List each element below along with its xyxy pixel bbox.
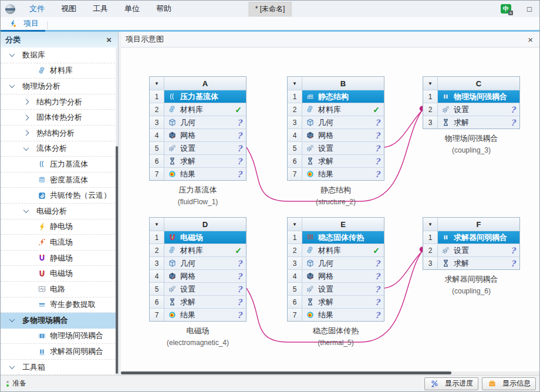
chevron-down-icon[interactable] [9,363,15,369]
system-row[interactable]: 1电磁场 [150,231,246,244]
menu-item[interactable]: 单位 [116,1,148,16]
row-cell[interactable]: 结果? [164,309,246,321]
tab-project[interactable]: 项目 [1,17,47,30]
row-cell[interactable]: 物理场间强耦合 [438,90,519,103]
maximize-button[interactable]: □ [519,1,539,17]
row-cell[interactable]: 设置? [438,244,519,256]
row-cell[interactable]: 求解? [164,155,246,167]
row-cell[interactable]: 材料库✓ [164,103,246,116]
status-button-info[interactable]: 显示信息 [482,377,536,390]
system-row[interactable]: 2材料库✓ [150,103,246,116]
row-cell[interactable]: 设置? [438,103,519,116]
system-row[interactable]: 1物理场间强耦合 [423,90,519,103]
row-cell[interactable]: 设置? [164,142,246,154]
schematic-close-icon[interactable]: × [526,35,535,44]
chevron-down-icon[interactable] [9,51,15,57]
row-cell[interactable]: 求解? [438,257,519,269]
system-row[interactable]: 6求解? [150,295,246,308]
system-row[interactable]: 4网格? [288,129,384,141]
system-menu-dropdown[interactable]: ▼ [423,218,438,231]
system-row[interactable]: 3几何? [288,116,384,129]
system-row[interactable]: 7结果? [288,308,384,321]
system-row[interactable]: 1静态结构 [288,90,384,103]
row-cell[interactable]: 几何? [302,257,384,269]
system-row[interactable]: 2材料库✓ [150,244,246,256]
system-row[interactable]: 3几何? [288,256,384,269]
sidebar-close-icon[interactable]: × [104,35,113,44]
system-row[interactable]: 5设置? [288,282,384,295]
row-cell[interactable]: 求解? [302,296,384,308]
sidebar-item[interactable]: 共轭传热（云道） [1,188,118,204]
canvas-scrollbar-thumb[interactable] [121,371,451,374]
sidebar-item[interactable]: 寄生参数提取 [1,298,118,313]
row-cell[interactable]: 求解器间弱耦合 [438,231,519,244]
sidebar-item[interactable]: 电磁场 [1,266,118,282]
system-row[interactable]: 1压力基流体 [150,90,246,103]
system-row[interactable]: 7结果? [150,308,246,321]
system-row[interactable]: 4网格? [150,129,246,141]
row-cell[interactable]: 材料库✓ [302,103,384,116]
row-cell[interactable]: 压力基流体 [164,90,246,103]
row-cell[interactable]: 网格? [164,129,246,141]
row-cell[interactable]: 材料库✓ [302,244,384,256]
sidebar-item[interactable]: 电磁分析 [1,204,118,219]
system-row[interactable]: 3求解? [423,116,519,129]
row-cell[interactable]: 几何? [164,257,246,269]
system-row[interactable]: 1稳态固体传热 [288,231,384,244]
connection-wire[interactable] [384,110,423,147]
sidebar-item[interactable]: 多物理场耦合 [1,313,118,329]
row-cell[interactable]: 结果? [164,168,246,180]
system-row[interactable]: 1求解器间弱耦合 [423,231,519,244]
connection-wire[interactable] [384,251,423,288]
sidebar-item[interactable]: 热结构分析 [1,126,118,141]
sidebar-item[interactable]: 压力基流体 [1,157,118,173]
system-row[interactable]: 6求解? [288,154,384,167]
menu-item[interactable]: 文件 [21,1,53,16]
row-cell[interactable]: 网格? [302,270,384,282]
system-row[interactable]: 5设置? [288,141,384,154]
chevron-down-icon[interactable] [23,207,29,213]
system-row[interactable]: 7结果? [150,167,246,180]
row-cell[interactable]: 网格? [164,270,246,282]
system-row[interactable]: 2材料库✓ [288,244,384,256]
sidebar-item[interactable]: 密度基流体 [1,173,118,188]
sidebar-item[interactable]: 结构力学分析 [1,94,118,110]
system-menu-dropdown[interactable]: ▼ [423,77,438,90]
system-row[interactable]: 5设置? [150,282,246,295]
system-row[interactable]: 2设置? [423,244,519,256]
row-cell[interactable]: 结果? [302,168,384,180]
ime-indicator-icon[interactable]: 中 A [501,4,511,13]
system-row[interactable]: 7结果? [288,167,384,180]
system-row[interactable]: 3几何? [150,116,246,129]
row-cell[interactable]: 几何? [302,116,384,129]
system-row[interactable]: 3求解? [423,256,519,269]
sidebar-item[interactable]: 固体传热分析 [1,110,118,126]
schematic-canvas[interactable]: ▼A1压力基流体2材料库✓3几何?4网格?5设置?6求解?7结果?压力基流体(f… [121,48,539,375]
row-cell[interactable]: 电磁场 [164,231,246,244]
system-menu-dropdown[interactable]: ▼ [288,218,302,231]
chevron-right-icon[interactable] [23,114,29,120]
sidebar-item[interactable]: 电路 [1,282,118,298]
system-row[interactable]: 6求解? [150,154,246,167]
menu-item[interactable]: 工具 [85,1,116,16]
chevron-down-icon[interactable] [9,317,15,323]
row-cell[interactable]: 结果? [302,309,384,321]
system-row[interactable]: 2设置? [423,103,519,116]
row-cell[interactable]: 求解? [164,296,246,308]
sidebar-item[interactable]: 静电场 [1,219,118,235]
system-menu-dropdown[interactable]: ▼ [150,77,164,90]
system-menu-dropdown[interactable]: ▼ [150,218,164,231]
row-cell[interactable]: 设置? [164,283,246,295]
chevron-right-icon[interactable] [23,99,29,105]
system-row[interactable]: 4网格? [288,269,384,282]
status-button-progress[interactable]: 显示进度 [424,377,478,390]
system-row[interactable]: 2材料库✓ [288,103,384,116]
chevron-down-icon[interactable] [23,145,29,151]
chevron-right-icon[interactable] [23,130,29,136]
sidebar-item[interactable]: 物理场分析 [1,79,118,94]
menu-item[interactable]: 视图 [53,1,85,16]
menu-item[interactable]: 帮助 [148,1,180,16]
row-cell[interactable]: 设置? [302,283,384,295]
row-cell[interactable]: 几何? [164,116,246,129]
sidebar-item[interactable]: 材料库 [1,63,118,79]
